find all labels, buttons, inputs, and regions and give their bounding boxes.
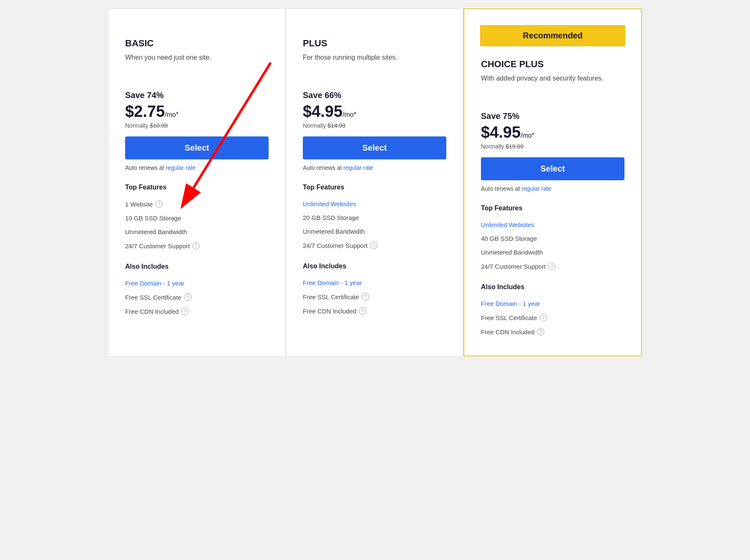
feature-text: 24/7 Customer Support <box>481 263 546 270</box>
auto-renew-text: Auto renews at regular rate <box>481 185 624 192</box>
price-dollar: $4.95 <box>481 124 521 141</box>
also-includes-item: Free CDN Included ? <box>481 325 624 339</box>
info-icon[interactable]: ? <box>184 293 191 301</box>
feature-text: 1 Website <box>125 201 153 208</box>
feature-text: 24/7 Customer Support <box>303 242 367 249</box>
auto-renew-text: Auto renews at regular rate <box>303 164 446 171</box>
feature-text: Unlimited Websites <box>303 200 356 207</box>
plan-card-choice-plus: Recommended CHOICE PLUS With added priva… <box>463 8 642 356</box>
also-includes-text: Free SSL Certificate <box>303 293 359 300</box>
also-includes-text: Free Domain - 1 year <box>481 300 540 307</box>
feature-text: 20 GB SSD Storage <box>303 214 359 221</box>
also-includes-item: Free SSL Certificate ? <box>481 310 624 325</box>
plan-name: CHOICE PLUS <box>481 59 624 70</box>
feature-text: 40 GB SSD Storage <box>481 235 537 242</box>
top-features-title: Top Features <box>125 184 269 191</box>
feature-item: 24/7 Customer Support ? <box>125 239 269 253</box>
price-period: /mo* <box>521 132 534 139</box>
plan-name: BASIC <box>125 38 269 49</box>
save-text: Save 75% <box>481 111 624 121</box>
regular-rate-link[interactable]: regular rate <box>343 164 373 171</box>
regular-rate-link[interactable]: regular rate <box>521 185 551 192</box>
feature-item: Unlimited Websites <box>481 218 624 232</box>
top-features-section: Top Features 1 Website ? 10 GB SSD Stora… <box>125 184 269 253</box>
price-dollar: $4.95 <box>303 103 342 121</box>
info-icon[interactable]: ? <box>359 307 366 315</box>
info-icon[interactable]: ? <box>537 328 544 335</box>
normally-text: Normally $19.99 <box>481 143 624 150</box>
plan-name: PLUS <box>303 38 446 49</box>
price-row: $4.95 /mo* <box>481 124 624 141</box>
save-text: Save 74% <box>125 91 269 100</box>
normally-text: Normally $14.99 <box>303 122 446 129</box>
plan-description: With added privacy and security features… <box>481 74 624 99</box>
feature-text: 24/7 Customer Support <box>125 242 190 250</box>
also-includes-text: Free Domain - 1 year <box>125 280 184 287</box>
feature-text: Unlimited Websites <box>481 221 534 228</box>
top-features-title: Top Features <box>303 184 446 191</box>
also-includes-item: Free Domain - 1 year <box>303 276 446 290</box>
top-features-section: Top Features Unlimited Websites 40 GB SS… <box>481 204 624 273</box>
plan-description: For those running multiple sites. <box>303 53 446 78</box>
save-text: Save 66% <box>303 91 446 100</box>
also-includes-title: Also Includes <box>125 263 269 270</box>
feature-item: 24/7 Customer Support ? <box>303 238 446 252</box>
select-button[interactable]: Select <box>481 157 624 180</box>
feature-text: 10 GB SSD Storage <box>125 214 181 222</box>
also-includes-text: Free CDN Included <box>303 308 356 315</box>
feature-item: Unmetered Bandwidth <box>481 245 624 259</box>
info-icon[interactable]: ? <box>155 200 163 208</box>
plan-card-plus: PLUS For those running multiple sites. S… <box>286 8 463 356</box>
feature-text: Unmetered Bandwidth <box>125 228 187 235</box>
feature-item: Unmetered Bandwidth <box>303 225 446 238</box>
normally-text: Normally $10.99 <box>125 122 269 129</box>
price-row: $2.75 /mo* <box>125 103 269 121</box>
also-includes-item: Free SSL Certificate ? <box>125 290 269 304</box>
info-icon[interactable]: ? <box>181 308 189 315</box>
feature-item: Unlimited Websites <box>303 197 446 211</box>
feature-text: Unmetered Bandwidth <box>303 228 365 235</box>
regular-rate-link[interactable]: regular rate <box>166 164 196 171</box>
also-includes-section: Also Includes Free Domain - 1 year Free … <box>303 262 446 318</box>
also-includes-text: Free SSL Certificate <box>125 294 181 301</box>
also-includes-text: Free Domain - 1 year <box>303 279 362 286</box>
also-includes-section: Also Includes Free Domain - 1 year Free … <box>481 283 624 339</box>
also-includes-title: Also Includes <box>481 283 624 291</box>
feature-item: 1 Website ? <box>125 197 269 211</box>
plan-description: When you need just one site. <box>125 53 269 78</box>
top-features-title: Top Features <box>481 204 624 212</box>
select-button[interactable]: Select <box>125 136 269 159</box>
info-icon[interactable]: ? <box>370 242 378 249</box>
plan-card-basic: BASIC When you need just one site. Save … <box>108 8 286 356</box>
also-includes-item: Free SSL Certificate ? <box>303 290 446 304</box>
info-icon[interactable]: ? <box>362 293 369 300</box>
price-period: /mo* <box>165 111 179 119</box>
price-row: $4.95 /mo* <box>303 103 446 121</box>
also-includes-text: Free CDN Included <box>481 328 534 335</box>
feature-item: Unmetered Bandwidth <box>125 225 269 239</box>
feature-item: 10 GB SSD Storage <box>125 211 269 225</box>
also-includes-item: Free CDN Included ? <box>303 304 446 318</box>
auto-renew-text: Auto renews at regular rate <box>125 164 269 171</box>
select-button[interactable]: Select <box>303 136 446 159</box>
feature-text: Unmetered Bandwidth <box>481 249 543 256</box>
also-includes-item: Free Domain - 1 year <box>125 276 269 290</box>
also-includes-item: Free Domain - 1 year <box>481 297 624 310</box>
recommended-badge: Recommended <box>480 25 625 46</box>
also-includes-item: Free CDN Included ? <box>125 304 269 318</box>
info-icon[interactable]: ? <box>540 314 547 321</box>
price-period: /mo* <box>342 111 356 119</box>
also-includes-section: Also Includes Free Domain - 1 year Free … <box>125 263 269 318</box>
feature-item: 24/7 Customer Support ? <box>481 259 624 273</box>
feature-item: 20 GB SSD Storage <box>303 211 446 225</box>
also-includes-text: Free SSL Certificate <box>481 314 537 321</box>
also-includes-title: Also Includes <box>303 262 446 270</box>
also-includes-text: Free CDN Included <box>125 308 179 315</box>
info-icon[interactable]: ? <box>192 242 200 250</box>
info-icon[interactable]: ? <box>548 262 556 270</box>
feature-item: 40 GB SSD Storage <box>481 232 624 245</box>
pricing-container: BASIC When you need just one site. Save … <box>108 8 642 356</box>
price-dollar: $2.75 <box>125 103 165 121</box>
top-features-section: Top Features Unlimited Websites 20 GB SS… <box>303 184 446 252</box>
